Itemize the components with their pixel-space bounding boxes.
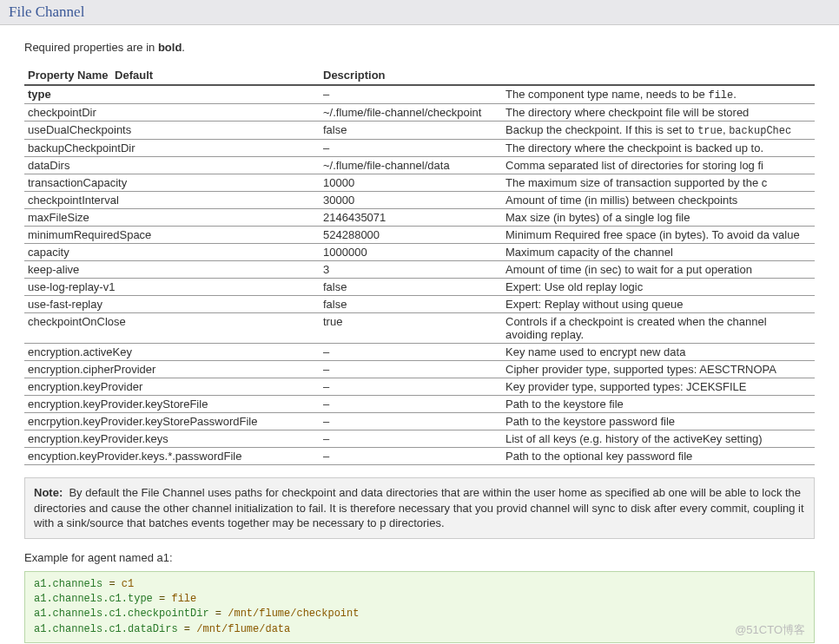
cell-description: Path to the optional key password file [502, 448, 815, 465]
cell-property-name: minimumRequiredSpace [24, 227, 320, 244]
cell-default: – [320, 378, 502, 396]
cell-description: Max size (in bytes) of a single log file [502, 209, 815, 227]
cell-default: – [320, 430, 502, 448]
cell-description: The component type name, needs to be fil… [502, 85, 815, 104]
cell-property-name: checkpointDir [24, 104, 320, 122]
table-row: encyption.keyProvider.keys.*.passwordFil… [24, 448, 815, 465]
cell-description: List of all keys (e.g. history of the ac… [502, 430, 815, 448]
example-label: Example for agent named a1: [24, 551, 815, 564]
cell-default: 30000 [320, 192, 502, 209]
cell-default: – [320, 361, 502, 378]
header-property-name: Property Name Default [24, 66, 320, 85]
cell-description: The maximum size of transaction supporte… [502, 174, 815, 192]
cell-default: ~/.flume/file-channel/checkpoint [320, 104, 502, 122]
intro-suffix: . [182, 41, 185, 54]
header-blank [502, 66, 815, 85]
section-title: File Channel [9, 3, 84, 20]
cell-description: Path to the keystore file [502, 396, 815, 413]
table-header-row: Property Name Default Description [24, 66, 815, 85]
cell-description: Key name used to encrypt new data [502, 344, 815, 361]
table-row: checkpointDir~/.flume/file-channel/check… [24, 104, 815, 122]
cell-description: The directory where the checkpoint is ba… [502, 140, 815, 157]
cell-default: 3 [320, 261, 502, 279]
table-row: encryption.keyProvider–Key provider type… [24, 378, 815, 396]
table-row: checkpointInterval30000Amount of time (i… [24, 192, 815, 209]
code-line: a1.channels = c1 [34, 577, 805, 592]
cell-default: 524288000 [320, 227, 502, 244]
code-line: a1.channels.c1.type = file [34, 592, 805, 607]
cell-description: Amount of time (in sec) to wait for a pu… [502, 261, 815, 279]
header-description: Description [320, 66, 502, 85]
cell-property-name: backupCheckpointDir [24, 140, 320, 157]
table-row: encryption.cipherProvider–Cipher provide… [24, 361, 815, 378]
table-row: transactionCapacity10000The maximum size… [24, 174, 815, 192]
cell-default: – [320, 448, 502, 465]
cell-property-name: keep-alive [24, 261, 320, 279]
table-row: keep-alive3Amount of time (in sec) to wa… [24, 261, 815, 279]
cell-description: Cipher provider type, supported types: A… [502, 361, 815, 378]
cell-property-name: use-log-replay-v1 [24, 279, 320, 296]
cell-property-name: encryption.keyProvider.keyStoreFile [24, 396, 320, 413]
table-row: minimumRequiredSpace524288000Minimum Req… [24, 227, 815, 244]
cell-property-name: encryption.cipherProvider [24, 361, 320, 378]
note-label: Note: [34, 486, 63, 499]
cell-default: false [320, 279, 502, 296]
watermark: @51CTO博客 [735, 622, 805, 639]
table-row: checkpointOnClosetrueControls if a check… [24, 313, 815, 344]
table-row: type–The component type name, needs to b… [24, 85, 815, 104]
table-row: encryption.keyProvider.keys–List of all … [24, 430, 815, 448]
table-row: use-fast-replayfalseExpert: Replay witho… [24, 296, 815, 313]
cell-property-name: encyption.keyProvider.keys.*.passwordFil… [24, 448, 320, 465]
table-row: backupCheckpointDir–The directory where … [24, 140, 815, 157]
table-row: encryption.keyProvider.keyStoreFile–Path… [24, 396, 815, 413]
cell-description: Backup the checkpoint. If this is set to… [502, 122, 815, 140]
cell-description: Maximum capacity of the channel [502, 244, 815, 261]
cell-default: – [320, 396, 502, 413]
table-row: encryption.activeKey–Key name used to en… [24, 344, 815, 361]
code-line: a1.channels.c1.dataDirs = /mnt/flume/dat… [34, 622, 805, 637]
cell-property-name: encryption.keyProvider [24, 378, 320, 396]
cell-description: Amount of time (in millis) between check… [502, 192, 815, 209]
table-row: dataDirs~/.flume/file-channel/dataComma … [24, 157, 815, 174]
cell-property-name: type [24, 85, 320, 104]
note-box: Note: By default the File Channel uses p… [24, 477, 815, 539]
table-row: useDualCheckpointsfalseBackup the checkp… [24, 122, 815, 140]
cell-default: 10000 [320, 174, 502, 192]
table-row: capacity1000000Maximum capacity of the c… [24, 244, 815, 261]
cell-property-name: checkpointInterval [24, 192, 320, 209]
cell-default: – [320, 85, 502, 104]
table-row: maxFileSize2146435071Max size (in bytes)… [24, 209, 815, 227]
cell-property-name: encrpytion.keyProvider.keyStorePasswordF… [24, 413, 320, 430]
cell-default: – [320, 140, 502, 157]
cell-description: Comma separated list of directories for … [502, 157, 815, 174]
cell-description: Expert: Replay without using queue [502, 296, 815, 313]
cell-default: 1000000 [320, 244, 502, 261]
cell-property-name: transactionCapacity [24, 174, 320, 192]
cell-property-name: maxFileSize [24, 209, 320, 227]
cell-property-name: encryption.activeKey [24, 344, 320, 361]
cell-default: 2146435071 [320, 209, 502, 227]
content-area: Required properties are in bold. Propert… [0, 25, 839, 644]
cell-property-name: capacity [24, 244, 320, 261]
cell-default: – [320, 413, 502, 430]
cell-default: ~/.flume/file-channel/data [320, 157, 502, 174]
code-line: a1.channels.c1.checkpointDir = /mnt/flum… [34, 607, 805, 621]
cell-description: Path to the keystore password file [502, 413, 815, 430]
cell-default: – [320, 344, 502, 361]
properties-table: Property Name Default Description type–T… [24, 66, 815, 465]
code-example: a1.channels = c1a1.channels.c1.type = fi… [24, 571, 815, 644]
cell-description: Expert: Use old replay logic [502, 279, 815, 296]
intro-text: Required properties are in bold. [24, 41, 815, 54]
cell-property-name: use-fast-replay [24, 296, 320, 313]
cell-default: true [320, 313, 502, 344]
intro-prefix: Required properties are in [24, 41, 158, 54]
cell-property-name: checkpointOnClose [24, 313, 320, 344]
cell-default: false [320, 296, 502, 313]
table-row: use-log-replay-v1falseExpert: Use old re… [24, 279, 815, 296]
note-text: By default the File Channel uses paths f… [34, 486, 804, 529]
cell-description: The directory where checkpoint file will… [502, 104, 815, 122]
cell-description: Controls if a checkpoint is created when… [502, 313, 815, 344]
cell-description: Key provider type, supported types: JCEK… [502, 378, 815, 396]
cell-default: false [320, 122, 502, 140]
cell-property-name: dataDirs [24, 157, 320, 174]
